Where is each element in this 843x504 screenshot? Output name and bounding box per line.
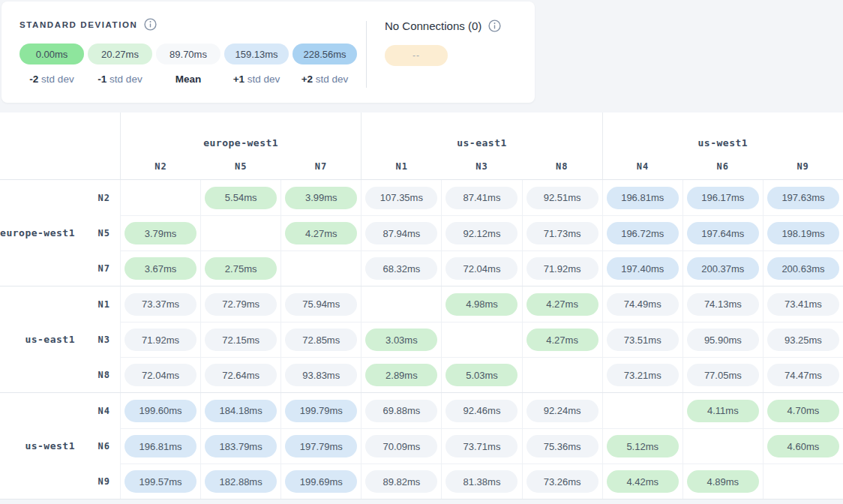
latency-pill[interactable]: 3.03ms <box>365 328 437 351</box>
latency-pill[interactable]: 92.51ms <box>526 187 598 209</box>
latency-pill[interactable]: 72.15ms <box>205 328 277 351</box>
latency-pill[interactable]: 3.99ms <box>285 187 357 209</box>
latency-pill[interactable]: 70.09ms <box>365 435 437 458</box>
latency-pill[interactable]: 73.51ms <box>607 328 679 351</box>
latency-pill[interactable]: 197.64ms <box>687 222 759 244</box>
latency-cell: 71.92ms <box>522 251 602 286</box>
latency-pill[interactable]: 92.46ms <box>446 400 518 422</box>
latency-pill[interactable]: 73.37ms <box>124 293 196 316</box>
latency-pill[interactable]: 71.92ms <box>526 257 598 280</box>
latency-pill[interactable]: 72.04ms <box>446 257 518 280</box>
latency-pill[interactable]: 199.79ms <box>285 400 357 422</box>
latency-pill[interactable]: 199.60ms <box>124 400 196 422</box>
latency-pill[interactable]: 182.88ms <box>205 470 277 493</box>
latency-cell: 4.27ms <box>522 322 602 357</box>
latency-pill[interactable]: 3.79ms <box>124 222 196 244</box>
latency-pill[interactable]: 4.98ms <box>446 293 518 316</box>
latency-pill[interactable]: 93.25ms <box>767 328 839 351</box>
latency-pill[interactable]: 199.57ms <box>124 470 196 493</box>
col-region-label: us-east1 <box>362 137 602 148</box>
latency-pill[interactable]: 198.19ms <box>767 222 839 244</box>
latency-pill[interactable]: 95.90ms <box>687 328 759 351</box>
latency-pill[interactable]: 199.69ms <box>285 470 357 493</box>
latency-pill[interactable]: 196.81ms <box>607 187 679 209</box>
latency-pill[interactable]: 183.79ms <box>205 435 277 458</box>
latency-pill[interactable]: 87.41ms <box>446 187 518 209</box>
latency-pill[interactable]: 75.36ms <box>526 435 598 458</box>
latency-pill[interactable]: 73.41ms <box>767 293 839 316</box>
info-icon[interactable] <box>488 20 501 32</box>
latency-pill[interactable]: 68.32ms <box>365 257 437 280</box>
latency-pill[interactable]: 4.70ms <box>767 400 839 422</box>
latency-pill[interactable]: 71.92ms <box>124 328 196 351</box>
latency-pill[interactable]: 200.63ms <box>767 257 839 280</box>
legend-pills-row: 0.00ms20.27ms89.70ms159.13ms228.56ms <box>20 44 366 64</box>
empty-cell <box>361 286 441 322</box>
matrix-corner <box>0 112 120 179</box>
latency-pill[interactable]: 74.49ms <box>607 293 679 316</box>
latency-pill[interactable]: 72.04ms <box>124 364 196 386</box>
latency-pill[interactable]: 73.71ms <box>446 435 518 458</box>
latency-pill[interactable]: 5.03ms <box>446 364 518 386</box>
latency-pill[interactable]: 93.83ms <box>285 364 357 386</box>
latency-pill[interactable]: 74.13ms <box>687 293 759 316</box>
latency-cell: 4.42ms <box>602 464 682 499</box>
latency-pill[interactable]: 4.89ms <box>687 470 759 493</box>
latency-pill[interactable]: 72.85ms <box>285 328 357 351</box>
latency-cell: 81.38ms <box>441 464 521 499</box>
latency-pill[interactable]: 197.40ms <box>607 257 679 280</box>
latency-pill[interactable]: 2.89ms <box>365 364 437 386</box>
latency-pill[interactable]: 184.18ms <box>205 400 277 422</box>
latency-pill[interactable]: 196.81ms <box>124 435 196 458</box>
latency-pill[interactable]: 92.12ms <box>446 222 518 244</box>
latency-pill[interactable]: 4.42ms <box>607 470 679 493</box>
latency-cell: 198.19ms <box>763 216 843 250</box>
latency-pill[interactable]: 5.12ms <box>607 435 679 458</box>
latency-cell: 69.88ms <box>361 393 441 428</box>
latency-pill[interactable]: 197.79ms <box>285 435 357 458</box>
latency-cell: 71.92ms <box>120 322 200 357</box>
latency-pill[interactable]: 200.37ms <box>687 257 759 280</box>
latency-pill[interactable]: 72.64ms <box>205 364 277 386</box>
legend-pill-+2: 228.56ms <box>292 44 357 64</box>
latency-pill[interactable]: 81.38ms <box>446 470 518 493</box>
latency-pill[interactable]: 4.60ms <box>767 435 839 458</box>
latency-cell: 182.88ms <box>200 464 280 499</box>
latency-cell: 89.82ms <box>361 464 441 499</box>
latency-cell: 3.79ms <box>120 216 200 250</box>
latency-cell: 4.60ms <box>763 429 843 464</box>
latency-pill[interactable]: 74.47ms <box>767 364 839 386</box>
latency-pill[interactable]: 196.72ms <box>607 222 679 244</box>
latency-pill[interactable]: 4.11ms <box>687 400 759 422</box>
empty-cell <box>441 322 521 357</box>
latency-cell: 4.27ms <box>280 216 361 250</box>
col-group-europe-west1: europe-west1N2N5N7 <box>120 112 361 179</box>
latency-pill[interactable]: 4.27ms <box>526 293 598 316</box>
latency-pill[interactable]: 73.26ms <box>526 470 598 493</box>
latency-pill[interactable]: 2.75ms <box>205 257 277 280</box>
latency-cell: 92.51ms <box>522 180 602 215</box>
row-group-rows: N4199.60ms184.18ms199.79ms69.88ms92.46ms… <box>75 393 843 499</box>
latency-pill[interactable]: 196.17ms <box>687 187 759 209</box>
legend-pill--2: 0.00ms <box>20 44 84 64</box>
latency-pill[interactable]: 4.27ms <box>526 328 598 351</box>
latency-pill[interactable]: 89.82ms <box>365 470 437 493</box>
latency-pill[interactable]: 75.94ms <box>285 293 357 316</box>
latency-pill[interactable]: 4.27ms <box>285 222 357 244</box>
row-node-label-n5: N5 <box>75 215 120 250</box>
latency-pill[interactable]: 87.94ms <box>365 222 437 244</box>
latency-pill[interactable]: 107.35ms <box>365 187 437 209</box>
latency-pill[interactable]: 92.24ms <box>526 400 598 422</box>
latency-pill[interactable]: 77.05ms <box>687 364 759 386</box>
latency-pill[interactable]: 71.73ms <box>526 222 598 244</box>
latency-pill[interactable]: 69.88ms <box>365 400 437 422</box>
latency-cell: 5.03ms <box>441 358 521 392</box>
latency-pill[interactable]: 5.54ms <box>205 187 277 209</box>
latency-pill[interactable]: 3.67ms <box>124 257 196 280</box>
latency-pill[interactable]: 72.79ms <box>205 293 277 316</box>
latency-pill[interactable]: 73.21ms <box>607 364 679 386</box>
latency-pill[interactable]: 197.63ms <box>767 187 839 209</box>
info-icon[interactable] <box>144 18 157 31</box>
matrix-header: europe-west1N2N5N7us-east1N1N3N8us-west1… <box>0 112 843 180</box>
latency-cell: 199.79ms <box>280 393 361 428</box>
